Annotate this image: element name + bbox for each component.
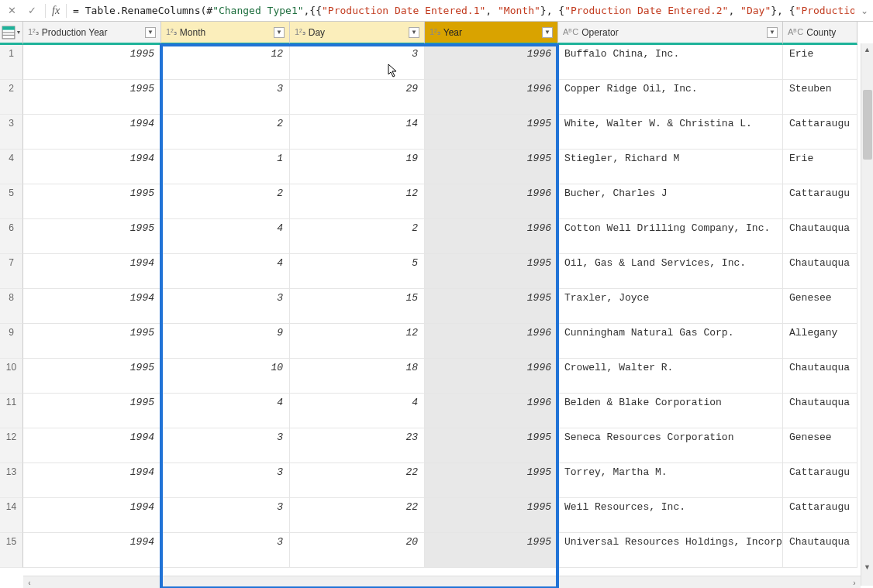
table-cell[interactable]: 1996 [425,324,558,359]
table-cell[interactable]: 2 [290,219,425,254]
table-cell[interactable]: Chautauqua [783,533,857,568]
table-cell[interactable]: 2 [161,184,290,219]
formula-input[interactable]: = Table.RenameColumns(#"Changed Type1",{… [73,5,854,16]
row-number[interactable]: 15 [0,533,23,568]
table-cell[interactable]: Bucher, Charles J [558,184,783,219]
table-cell[interactable]: 1995 [425,428,558,463]
accept-formula-icon[interactable]: ✓ [25,4,39,18]
filter-dropdown-icon[interactable]: ▼ [409,27,419,38]
table-cell[interactable]: 20 [290,533,425,568]
column-header-operator[interactable]: AᴮC Operator ▼ [558,22,783,45]
table-cell[interactable]: Oil, Gas & Land Services, Inc. [558,254,783,289]
table-cell[interactable]: 1994 [23,463,161,498]
row-number[interactable]: 2 [0,80,23,115]
column-header-year[interactable]: 1²₃ Year ▼ [425,22,558,45]
table-cell[interactable]: 1996 [425,45,558,80]
table-cell[interactable]: 1994 [23,150,161,184]
table-cell[interactable]: 1994 [23,533,161,568]
column-header-day[interactable]: 1²₃ Day ▼ [290,22,425,45]
table-cell[interactable]: Cunningham Natural Gas Corp. [558,324,783,359]
table-cell[interactable]: 1994 [23,115,161,150]
filter-dropdown-icon[interactable]: ▼ [767,27,778,38]
table-cell[interactable]: Weil Resources, Inc. [558,498,783,533]
table-cell[interactable]: 1995 [23,45,161,80]
table-cell[interactable]: 1 [161,150,290,184]
table-cell[interactable]: 5 [290,254,425,289]
table-cell[interactable]: 3 [161,498,290,533]
cancel-formula-icon[interactable]: ✕ [5,4,19,18]
table-cell[interactable]: Seneca Resources Corporation [558,428,783,463]
table-cell[interactable]: 12 [290,324,425,359]
scroll-right-icon[interactable]: › [848,576,861,588]
table-cell[interactable]: 3 [161,289,290,324]
row-number[interactable]: 11 [0,394,23,428]
table-cell[interactable]: 4 [290,394,425,428]
table-cell[interactable]: 2 [161,115,290,150]
scroll-down-icon[interactable]: ▼ [861,561,873,573]
table-cell[interactable]: 1994 [23,498,161,533]
table-cell[interactable]: White, Walter W. & Christina L. [558,115,783,150]
table-cell[interactable]: Chautauqua [783,359,857,394]
row-number[interactable]: 7 [0,254,23,289]
table-cell[interactable]: Chautauqua [783,219,857,254]
table-cell[interactable]: 22 [290,463,425,498]
row-number[interactable]: 5 [0,184,23,219]
filter-dropdown-icon[interactable]: ▼ [542,27,553,38]
table-cell[interactable]: 1994 [23,254,161,289]
table-menu-button[interactable]: ▼ [0,22,23,45]
table-cell[interactable]: 1996 [425,359,558,394]
table-cell[interactable]: Cattaraugu [783,184,857,219]
table-cell[interactable]: Chautauqua [783,254,857,289]
table-cell[interactable]: 12 [290,184,425,219]
table-cell[interactable]: Cattaraugu [783,498,857,533]
table-cell[interactable]: 1995 [425,498,558,533]
table-cell[interactable]: Universal Resources Holdings, Incorp… [558,533,783,568]
table-cell[interactable]: 1995 [425,533,558,568]
table-cell[interactable]: 23 [290,428,425,463]
table-cell[interactable]: 12 [161,45,290,80]
table-cell[interactable]: 18 [290,359,425,394]
table-cell[interactable]: 1995 [425,150,558,184]
expand-formula-icon[interactable]: ⌄ [861,5,868,16]
row-number[interactable]: 13 [0,463,23,498]
table-cell[interactable]: 1996 [425,80,558,115]
table-cell[interactable]: 1996 [425,394,558,428]
table-cell[interactable]: 3 [161,463,290,498]
row-number[interactable]: 14 [0,498,23,533]
table-cell[interactable]: 3 [161,80,290,115]
table-cell[interactable]: Allegany [783,324,857,359]
table-cell[interactable]: 1996 [425,219,558,254]
table-cell[interactable]: Torrey, Martha M. [558,463,783,498]
table-cell[interactable]: 1995 [23,324,161,359]
table-cell[interactable]: 19 [290,150,425,184]
row-number[interactable]: 12 [0,428,23,463]
table-cell[interactable]: Traxler, Joyce [558,289,783,324]
table-cell[interactable]: 1994 [23,289,161,324]
table-cell[interactable]: 22 [290,498,425,533]
row-number[interactable]: 3 [0,115,23,150]
table-cell[interactable]: 1995 [23,359,161,394]
column-header-production-year[interactable]: 1²₃ Production Year ▼ [23,22,161,45]
row-number[interactable]: 4 [0,150,23,184]
table-cell[interactable]: Stiegler, Richard M [558,150,783,184]
table-cell[interactable]: 3 [290,45,425,80]
table-cell[interactable]: Crowell, Walter R. [558,359,783,394]
table-cell[interactable]: 1995 [23,219,161,254]
table-cell[interactable]: 3 [161,533,290,568]
row-number[interactable]: 1 [0,45,23,80]
table-cell[interactable]: 29 [290,80,425,115]
table-cell[interactable]: Buffalo China, Inc. [558,45,783,80]
row-number[interactable]: 8 [0,289,23,324]
table-cell[interactable]: 15 [290,289,425,324]
column-header-month[interactable]: 1²₃ Month ▼ [161,22,290,45]
table-cell[interactable]: Erie [783,45,857,80]
vertical-scrollbar[interactable]: ▲ ▼ [861,43,873,586]
table-cell[interactable]: Genesee [783,289,857,324]
table-cell[interactable]: 1995 [425,463,558,498]
filter-dropdown-icon[interactable]: ▼ [145,27,156,38]
horizontal-scrollbar[interactable]: ‹ › [23,576,861,588]
table-cell[interactable]: Belden & Blake Corporation [558,394,783,428]
table-cell[interactable]: 1996 [425,184,558,219]
table-cell[interactable]: 1994 [23,428,161,463]
table-cell[interactable]: Cattaraugu [783,115,857,150]
